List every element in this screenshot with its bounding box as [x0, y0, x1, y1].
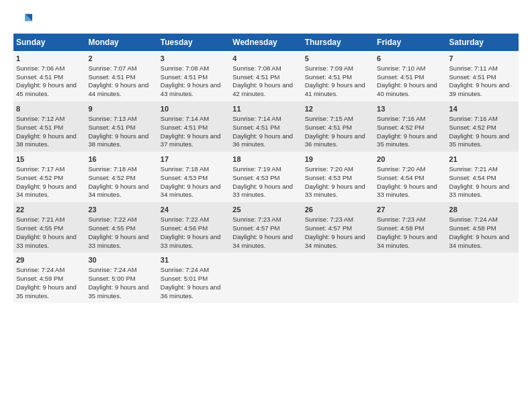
- calendar-cell: 19Sunrise: 7:20 AMSunset: 4:53 PMDayligh…: [302, 152, 374, 202]
- main-container: SundayMondayTuesdayWednesdayThursdayFrid…: [0, 0, 532, 310]
- sunrise: Sunrise: 7:12 AM: [16, 115, 64, 122]
- sunset: Sunset: 4:51 PM: [305, 73, 352, 81]
- calendar-cell: [447, 253, 519, 303]
- header-row: [13, 11, 519, 30]
- sunset: Sunset: 4:55 PM: [88, 224, 135, 232]
- week-row-4: 22Sunrise: 7:21 AMSunset: 4:55 PMDayligh…: [13, 202, 519, 253]
- calendar-cell: 4Sunrise: 7:08 AMSunset: 4:51 PMDaylight…: [230, 51, 302, 101]
- daylight: Daylight: 9 hours and 37 minutes.: [161, 132, 221, 148]
- calendar-cell: 9Sunrise: 7:13 AMSunset: 4:51 PMDaylight…: [85, 101, 157, 152]
- calendar-cell: 7Sunrise: 7:11 AMSunset: 4:51 PMDaylight…: [447, 51, 519, 101]
- daylight: Daylight: 9 hours and 35 minutes.: [449, 132, 510, 148]
- calendar-cell: 25Sunrise: 7:23 AMSunset: 4:57 PMDayligh…: [230, 202, 302, 253]
- sunset: Sunset: 4:52 PM: [16, 174, 63, 181]
- daylight: Daylight: 9 hours and 34 minutes.: [377, 233, 437, 249]
- daylight: Daylight: 9 hours and 34 minutes.: [16, 183, 77, 199]
- sunset: Sunset: 4:51 PM: [305, 124, 352, 131]
- day-number: 9: [88, 104, 154, 114]
- sunrise: Sunrise: 7:18 AM: [161, 165, 209, 173]
- sunrise: Sunrise: 7:08 AM: [161, 64, 209, 72]
- daylight: Daylight: 9 hours and 36 minutes.: [305, 132, 365, 148]
- sunrise: Sunrise: 7:11 AM: [449, 64, 498, 72]
- day-number: 22: [16, 205, 83, 215]
- col-header-thursday: Thursday: [302, 34, 374, 51]
- sunrise: Sunrise: 7:24 AM: [449, 216, 498, 223]
- calendar-cell: 3Sunrise: 7:08 AMSunset: 4:51 PMDaylight…: [158, 51, 230, 101]
- day-number: 30: [88, 255, 154, 265]
- day-number: 16: [88, 154, 154, 165]
- calendar-cell: 13Sunrise: 7:16 AMSunset: 4:52 PMDayligh…: [374, 101, 446, 152]
- sunrise: Sunrise: 7:24 AM: [16, 266, 64, 273]
- sunrise: Sunrise: 7:18 AM: [88, 165, 136, 173]
- daylight: Daylight: 9 hours and 35 minutes.: [16, 283, 77, 300]
- daylight: Daylight: 9 hours and 33 minutes.: [232, 183, 293, 199]
- calendar-cell: 11Sunrise: 7:14 AMSunset: 4:51 PMDayligh…: [230, 101, 302, 152]
- daylight: Daylight: 9 hours and 42 minutes.: [232, 81, 293, 97]
- week-row-2: 8Sunrise: 7:12 AMSunset: 4:51 PMDaylight…: [13, 101, 519, 152]
- day-number: 24: [161, 205, 227, 215]
- daylight: Daylight: 9 hours and 33 minutes.: [377, 183, 437, 199]
- day-number: 29: [16, 255, 83, 265]
- col-header-monday: Monday: [85, 34, 157, 51]
- calendar-table: SundayMondayTuesdayWednesdayThursdayFrid…: [13, 34, 519, 303]
- day-number: 14: [449, 104, 516, 114]
- day-number: 31: [161, 255, 227, 265]
- day-number: 20: [377, 154, 443, 165]
- sunrise: Sunrise: 7:06 AM: [16, 64, 64, 72]
- day-number: 2: [88, 54, 154, 64]
- day-number: 11: [232, 104, 299, 114]
- day-number: 17: [161, 154, 227, 165]
- daylight: Daylight: 9 hours and 35 minutes.: [88, 283, 148, 300]
- sunset: Sunset: 4:51 PM: [377, 73, 424, 81]
- daylight: Daylight: 9 hours and 33 minutes.: [305, 183, 365, 199]
- day-number: 23: [88, 205, 154, 215]
- sunrise: Sunrise: 7:09 AM: [305, 64, 353, 72]
- daylight: Daylight: 9 hours and 39 minutes.: [449, 81, 510, 97]
- calendar-cell: 30Sunrise: 7:24 AMSunset: 5:00 PMDayligh…: [85, 253, 157, 303]
- sunset: Sunset: 4:51 PM: [88, 73, 135, 81]
- sunrise: Sunrise: 7:15 AM: [305, 115, 353, 122]
- calendar-cell: 15Sunrise: 7:17 AMSunset: 4:52 PMDayligh…: [13, 152, 85, 202]
- sunset: Sunset: 4:51 PM: [16, 124, 63, 131]
- daylight: Daylight: 9 hours and 44 minutes.: [88, 81, 148, 97]
- sunset: Sunset: 4:51 PM: [88, 124, 135, 131]
- sunset: Sunset: 4:51 PM: [161, 124, 208, 131]
- sunset: Sunset: 4:54 PM: [377, 174, 424, 181]
- calendar-cell: 2Sunrise: 7:07 AMSunset: 4:51 PMDaylight…: [85, 51, 157, 101]
- sunset: Sunset: 5:01 PM: [161, 275, 208, 282]
- col-header-wednesday: Wednesday: [230, 34, 302, 51]
- col-header-saturday: Saturday: [447, 34, 519, 51]
- sunrise: Sunrise: 7:20 AM: [377, 165, 425, 173]
- sunset: Sunset: 4:59 PM: [16, 275, 63, 282]
- sunset: Sunset: 4:58 PM: [449, 224, 496, 232]
- sunset: Sunset: 4:51 PM: [449, 73, 496, 81]
- daylight: Daylight: 9 hours and 45 minutes.: [16, 81, 77, 97]
- calendar-cell: 29Sunrise: 7:24 AMSunset: 4:59 PMDayligh…: [13, 253, 85, 303]
- daylight: Daylight: 9 hours and 34 minutes.: [305, 233, 365, 249]
- calendar-cell: [374, 253, 446, 303]
- calendar-cell: 28Sunrise: 7:24 AMSunset: 4:58 PMDayligh…: [447, 202, 519, 253]
- sunset: Sunset: 4:51 PM: [232, 73, 279, 81]
- sunrise: Sunrise: 7:24 AM: [88, 266, 136, 273]
- sunset: Sunset: 4:53 PM: [305, 174, 352, 181]
- day-number: 1: [16, 54, 83, 64]
- day-number: 26: [305, 205, 371, 215]
- week-row-3: 15Sunrise: 7:17 AMSunset: 4:52 PMDayligh…: [13, 152, 519, 202]
- header-row-days: SundayMondayTuesdayWednesdayThursdayFrid…: [13, 34, 519, 51]
- calendar-cell: 22Sunrise: 7:21 AMSunset: 4:55 PMDayligh…: [13, 202, 85, 253]
- sunrise: Sunrise: 7:23 AM: [305, 216, 353, 223]
- sunset: Sunset: 4:53 PM: [232, 174, 279, 181]
- calendar-cell: 14Sunrise: 7:16 AMSunset: 4:52 PMDayligh…: [447, 101, 519, 152]
- day-number: 27: [377, 205, 443, 215]
- calendar-cell: 8Sunrise: 7:12 AMSunset: 4:51 PMDaylight…: [13, 101, 85, 152]
- sunset: Sunset: 4:56 PM: [161, 224, 208, 232]
- sunrise: Sunrise: 7:16 AM: [377, 115, 425, 122]
- day-number: 28: [449, 205, 516, 215]
- calendar-cell: 5Sunrise: 7:09 AMSunset: 4:51 PMDaylight…: [302, 51, 374, 101]
- sunrise: Sunrise: 7:10 AM: [377, 64, 425, 72]
- daylight: Daylight: 9 hours and 36 minutes.: [232, 132, 293, 148]
- sunrise: Sunrise: 7:07 AM: [88, 64, 136, 72]
- daylight: Daylight: 9 hours and 33 minutes.: [449, 183, 510, 199]
- sunset: Sunset: 4:57 PM: [305, 224, 352, 232]
- sunset: Sunset: 4:52 PM: [88, 174, 135, 181]
